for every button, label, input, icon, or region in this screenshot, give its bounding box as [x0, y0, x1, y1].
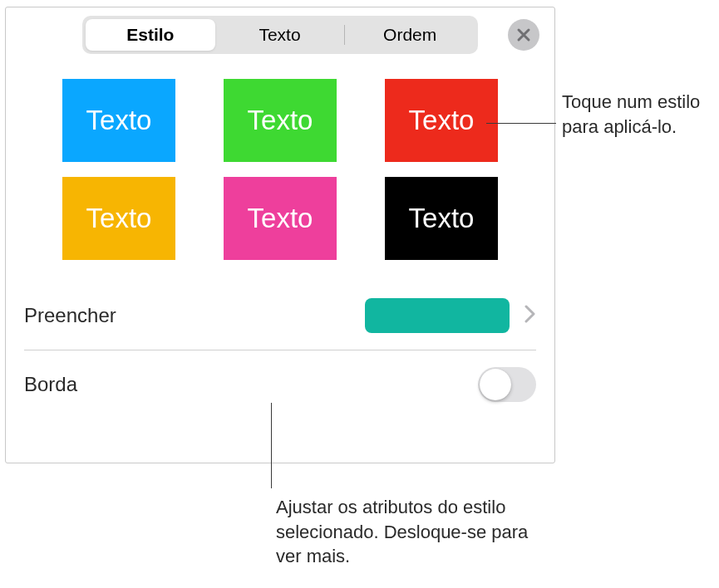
- tab-bar: Estilo Texto Ordem: [82, 16, 478, 54]
- style-panel: Estilo Texto Ordem Texto Texto Texto Tex…: [5, 7, 555, 463]
- callout-leader-line: [271, 403, 272, 488]
- callout-attributes: Ajustar os atributos do estilo seleciona…: [276, 495, 542, 569]
- fill-disclosure[interactable]: [524, 305, 536, 326]
- style-swatch-black[interactable]: Texto: [385, 177, 498, 260]
- style-swatch-yellow[interactable]: Texto: [62, 177, 175, 260]
- close-button[interactable]: [508, 19, 539, 51]
- fill-color-well[interactable]: [365, 298, 510, 333]
- tab-texto[interactable]: Texto: [215, 19, 345, 51]
- tab-ordem[interactable]: Ordem: [345, 19, 475, 51]
- border-toggle[interactable]: [478, 367, 536, 402]
- toggle-knob: [480, 369, 511, 400]
- style-swatch-green[interactable]: Texto: [224, 79, 337, 162]
- tab-estilo[interactable]: Estilo: [86, 19, 215, 51]
- style-swatch-blue[interactable]: Texto: [62, 79, 175, 162]
- style-swatch-red[interactable]: Texto: [385, 79, 498, 162]
- close-icon: [516, 27, 531, 42]
- style-swatch-pink[interactable]: Texto: [224, 177, 337, 260]
- fill-row: Preencher: [6, 282, 554, 350]
- border-label: Borda: [24, 373, 77, 396]
- callout-leader-line: [486, 123, 556, 124]
- callout-style-tap: Toque num estilo para aplicá-lo.: [562, 90, 712, 139]
- fill-label: Preencher: [24, 304, 116, 327]
- border-row: Borda: [6, 350, 554, 419]
- style-swatches-grid: Texto Texto Texto Texto Texto Texto: [6, 79, 554, 260]
- chevron-right-icon: [524, 305, 536, 323]
